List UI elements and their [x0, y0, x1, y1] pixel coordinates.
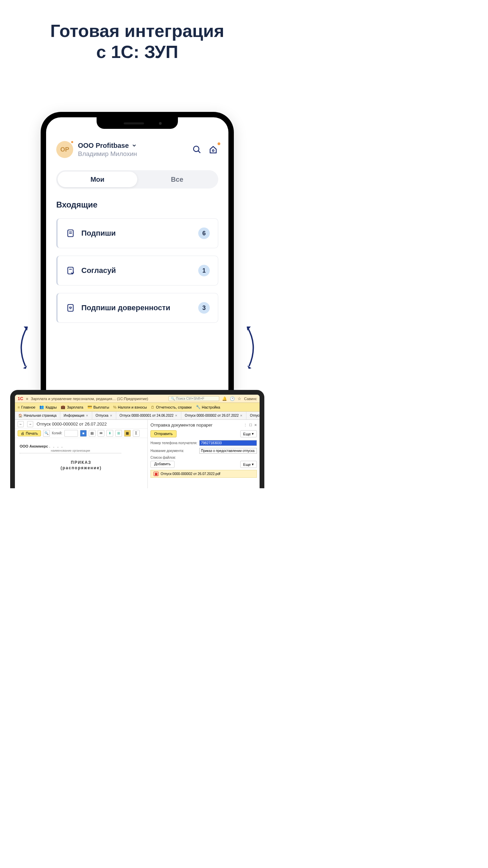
nav-forward[interactable]: →	[27, 421, 33, 427]
tb-export[interactable]: ⬇	[106, 430, 113, 437]
chevron-down-icon	[131, 143, 137, 148]
close-icon[interactable]: ✕	[175, 414, 178, 417]
tb-excel[interactable]: ⊞	[115, 430, 122, 437]
docname-input[interactable]: Приказ о предоставлении отпуска	[199, 448, 257, 454]
tb-save[interactable]: ■	[80, 430, 87, 437]
print-button[interactable]: 🖨Печать	[18, 430, 41, 436]
briefcase-icon: 💼	[61, 405, 65, 409]
panel-close-icon[interactable]: ✕	[254, 423, 257, 427]
count-badge: 1	[198, 265, 210, 276]
svg-rect-8	[68, 304, 73, 311]
avatar-notification-dot	[70, 140, 74, 144]
sync-arrow-left	[14, 326, 37, 370]
close-icon[interactable]: ✕	[86, 414, 88, 417]
menu-hr[interactable]: 👥Кадры	[39, 405, 57, 409]
tab-info[interactable]: Информация✕	[60, 412, 92, 419]
pdf-icon: ▣	[154, 472, 159, 476]
seg-my[interactable]: Мои	[58, 172, 137, 187]
org-selector[interactable]: ООО Profitbase	[78, 142, 187, 150]
tab-home[interactable]: 🏠Начальная страница	[15, 412, 60, 419]
count-badge: 6	[198, 228, 210, 239]
files-label: Список файлов:	[150, 456, 257, 459]
search-button[interactable]	[192, 144, 202, 155]
section-inbox-title: Входящие	[56, 200, 218, 210]
doc-org-sub: наименование организации	[20, 449, 121, 453]
onec-window: 1С ≡ Зарплата и управление персоналом, р…	[10, 390, 264, 488]
copies-input[interactable]	[64, 430, 78, 437]
onec-logo: 1С	[18, 396, 23, 401]
tab-doc3[interactable]: Отпуск 0000-0	[246, 412, 264, 419]
tb-open[interactable]: ▤	[89, 430, 96, 437]
phone-label: Номер телефона получателя:	[150, 441, 198, 445]
copies-label: Копий:	[52, 431, 62, 435]
svg-line-1	[198, 151, 200, 153]
menu-main[interactable]: ≡Главное	[18, 405, 35, 409]
onec-search[interactable]: 🔍 Поиск Ctrl+Shift+F	[168, 396, 219, 401]
close-icon[interactable]: ✕	[110, 414, 113, 417]
history-icon[interactable]: 🕑	[230, 396, 235, 401]
doc-prikaz: ПРИКАЗ (распоряжение)	[20, 460, 143, 471]
segmented-control: Мои Все	[56, 170, 218, 189]
hamburger-icon[interactable]: ≡	[26, 397, 28, 401]
home-button[interactable]	[208, 144, 218, 155]
phone-notch	[97, 117, 178, 129]
onec-main-menu: ≡Главное 👥Кадры 💼Зарплата 💳Выплаты %Нало…	[15, 403, 260, 412]
panel-title: Отправка документов nopaper	[150, 422, 212, 428]
docname-label: Название документа:	[150, 449, 198, 453]
menu-taxes[interactable]: %Налоги и взносы	[113, 405, 147, 409]
add-button[interactable]: Добавить	[150, 461, 175, 468]
count-badge: 3	[198, 302, 210, 314]
mobile-header: OP ООО Profitbase Владимир Милохин	[56, 141, 218, 158]
close-icon[interactable]: ✕	[240, 414, 243, 417]
tb-sum[interactable]: Σ	[133, 430, 140, 437]
home2-icon: 🏠	[18, 414, 22, 417]
report-icon: 🗒	[151, 405, 155, 409]
home-icon	[208, 144, 218, 155]
document-check-icon	[66, 266, 75, 275]
file-name: Отпуск 0000-000002 от 26.07.2022.pdf	[161, 472, 220, 476]
caret-down-icon: ▾	[252, 462, 254, 467]
phone-input[interactable]: 79827183033	[199, 440, 257, 446]
printer-icon: 🖨	[21, 431, 24, 435]
avatar[interactable]: OP	[56, 141, 73, 158]
svg-point-0	[194, 146, 199, 152]
bell-icon[interactable]: 🔔	[222, 396, 227, 401]
menu-salary[interactable]: 💼Зарплата	[61, 405, 83, 409]
phone-mockup: OP ООО Profitbase Владимир Милохин	[41, 112, 234, 417]
nopaper-panel: Отправка документов nopaper ⋮ ☐ ✕ Отправ…	[148, 420, 260, 488]
menu-settings[interactable]: 🔧Настройка	[196, 405, 220, 409]
svg-point-2	[212, 150, 214, 152]
people-icon: 👥	[39, 405, 44, 409]
card-sign-poa[interactable]: Подпиши доверенности 3	[56, 293, 218, 323]
more-button-2[interactable]: Еще▾	[240, 461, 257, 468]
home-notification-dot	[218, 142, 220, 145]
panel-dots-icon[interactable]: ⋮	[244, 423, 247, 427]
tb-mail[interactable]: ✉	[98, 430, 104, 437]
send-button[interactable]: Отправить	[150, 430, 177, 437]
onec-doc-area: ← → Отпуск 0000-000002 от 26.07.2022 🖨Пе…	[15, 420, 148, 488]
onec-app-title: Зарплата и управление персоналом, редакц…	[31, 397, 148, 401]
onec-nav: ← → Отпуск 0000-000002 от 26.07.2022	[15, 420, 147, 429]
menu-reports[interactable]: 🗒Отчетность, справки	[151, 405, 191, 409]
doc-org: ООО Акоммерс . . . .	[20, 444, 143, 448]
more-button[interactable]: Еще▾	[240, 430, 257, 437]
panel-max-icon[interactable]: ☐	[249, 423, 252, 427]
onec-tabs: 🏠Начальная страница Информация✕ Отпуска✕…	[15, 412, 260, 420]
nav-back[interactable]: ←	[18, 421, 24, 427]
card-label: Согласуй	[81, 266, 192, 275]
star-icon[interactable]: ☆	[238, 396, 241, 401]
tb-col[interactable]: ▦	[124, 430, 131, 437]
percent-icon: %	[113, 405, 117, 409]
onec-user[interactable]: Савинс	[244, 397, 257, 401]
tab-doc2[interactable]: Отпуск 0000-000002 от 26.07.2022✕	[181, 412, 246, 419]
card-approve[interactable]: Согласуй 1	[56, 256, 218, 285]
onec-toolbar: 🖨Печать 🔍 Копий: ■ ▤ ✉ ⬇ ⊞ ▦ Σ	[15, 429, 147, 438]
card-sign[interactable]: Подпиши 6	[56, 218, 218, 248]
tab-doc1[interactable]: Отпуск 0000-000001 от 24.06.2022✕	[116, 412, 181, 419]
file-item[interactable]: ▣ Отпуск 0000-000002 от 26.07.2022.pdf	[150, 470, 257, 478]
zoom-button[interactable]: 🔍	[43, 430, 50, 437]
menu-payments[interactable]: 💳Выплаты	[87, 405, 109, 409]
tab-holidays[interactable]: Отпуска✕	[92, 412, 116, 419]
doc-title: Отпуск 0000-000002 от 26.07.2022	[37, 421, 107, 427]
seg-all[interactable]: Все	[137, 172, 217, 187]
